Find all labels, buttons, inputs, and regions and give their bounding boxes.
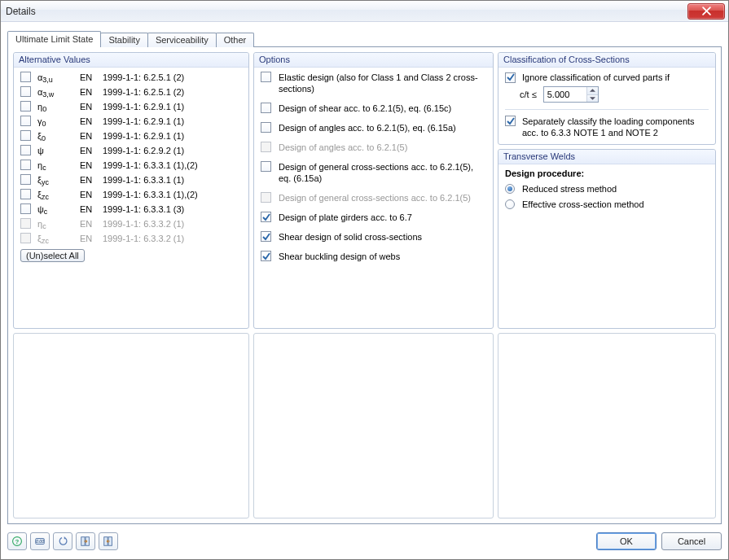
option-label: Shear design of solid cross-sections <box>279 231 422 243</box>
option-item: Shear buckling design of webs <box>261 251 486 262</box>
ct-spinner-down[interactable] <box>587 95 598 103</box>
option-label: Design of angles acc. to 6.2.1(5), eq. (… <box>279 122 456 133</box>
reset-button[interactable] <box>53 532 72 550</box>
alt-reference: 1999-1-1: 6.3.3.1 (1),(2) <box>103 190 242 199</box>
reset-icon <box>57 536 68 547</box>
alt-reference: 1999-1-1: 6.2.9.1 (1) <box>103 102 242 112</box>
option-checkbox[interactable] <box>261 72 271 82</box>
option-checkbox[interactable] <box>261 122 271 133</box>
group-alternative-values-title: Alternative Values <box>14 53 248 68</box>
tab-ultimate-limit-state[interactable]: Ultimate Limit State <box>7 31 101 47</box>
option-item: Shear design of solid cross-sections <box>261 231 486 243</box>
alt-checkbox <box>20 218 31 229</box>
alt-checkbox[interactable] <box>20 160 31 170</box>
alt-checkbox[interactable] <box>20 130 31 141</box>
ct-spinner-up[interactable] <box>587 87 598 95</box>
export-button[interactable] <box>99 532 118 550</box>
group-options: Options Elastic design (also for Class 1… <box>253 52 494 329</box>
alt-symbol: ηc <box>37 219 77 229</box>
separately-classify-checkbox[interactable] <box>505 116 516 126</box>
content-area: Ultimate Limit State Stability Serviceab… <box>7 29 722 524</box>
alt-code: EN <box>80 190 99 199</box>
option-item: Elastic design (also for Class 1 and Cla… <box>261 72 486 94</box>
tab-strip: Ultimate Limit State Stability Serviceab… <box>7 29 722 46</box>
units-button[interactable]: 0.00 <box>30 532 50 550</box>
help-button[interactable]: ? <box>7 532 27 550</box>
alt-symbol: ηc <box>37 160 77 170</box>
option-checkbox[interactable] <box>261 251 271 261</box>
option-item: Design of plate girders acc. to 6.7 <box>261 212 486 223</box>
alt-code: EN <box>80 204 99 214</box>
empty-panel-mid <box>253 333 494 518</box>
alt-reference: 1999-1-1: 6.3.3.2 (1) <box>103 219 242 229</box>
alt-code: EN <box>80 160 99 170</box>
tab-other[interactable]: Other <box>216 33 255 47</box>
alt-reference: 1999-1-1: 6.2.5.1 (2) <box>103 87 242 97</box>
option-checkbox <box>261 192 271 203</box>
alt-reference: 1999-1-1: 6.3.3.1 (1) <box>103 175 242 185</box>
tab-serviceability[interactable]: Serviceability <box>147 33 217 47</box>
radio-effective-cross-section[interactable] <box>505 199 515 209</box>
svg-text:0.00: 0.00 <box>36 539 44 544</box>
units-icon: 0.00 <box>34 536 46 547</box>
alt-code: EN <box>80 219 99 229</box>
option-item: Design of shear acc. to 6.2.1(5), eq. (6… <box>261 103 486 114</box>
empty-panel-right <box>498 333 716 518</box>
ct-input[interactable] <box>544 87 586 102</box>
group-transverse-welds-title: Transverse Welds <box>498 150 715 164</box>
alt-code: EN <box>80 175 99 185</box>
window-title: Details <box>6 6 36 17</box>
ct-spinner[interactable] <box>543 86 599 103</box>
help-icon: ? <box>11 536 23 547</box>
option-item: Design of general cross-sections acc. to… <box>261 161 486 184</box>
ignore-classification-label: Ignore classification of curved parts if <box>522 72 670 83</box>
alt-reference: 1999-1-1: 6.3.3.2 (1) <box>103 234 242 243</box>
option-item: Design of general cross-sections acc. to… <box>261 192 486 203</box>
unselect-all-button[interactable]: (Un)select All <box>20 249 85 262</box>
option-label: Design of general cross-sections acc. to… <box>279 192 471 203</box>
alt-reference: 1999-1-1: 6.2.5.1 (2) <box>103 72 242 82</box>
option-checkbox[interactable] <box>261 161 271 172</box>
bottom-bar: ? 0.00 OK Cancel <box>7 530 722 553</box>
tab-stability[interactable]: Stability <box>100 33 148 47</box>
alt-checkbox[interactable] <box>20 189 31 199</box>
alt-symbol: ψc <box>37 204 77 214</box>
alt-checkbox[interactable] <box>20 101 31 112</box>
tab-page: Alternative Values α3,uEN1999-1-1: 6.2.5… <box>7 46 722 524</box>
alt-symbol: η0 <box>37 102 77 112</box>
close-button[interactable] <box>687 3 725 20</box>
alt-checkbox[interactable] <box>20 86 31 97</box>
ignore-classification-checkbox[interactable] <box>505 72 516 83</box>
option-checkbox[interactable] <box>261 103 271 113</box>
title-bar: Details <box>1 1 728 22</box>
alt-symbol: γ0 <box>37 116 77 126</box>
alt-checkbox[interactable] <box>20 145 31 155</box>
option-checkbox[interactable] <box>261 212 271 222</box>
option-label: Design of plate girders acc. to 6.7 <box>279 212 412 223</box>
alt-code: EN <box>80 102 99 112</box>
option-checkbox <box>261 142 271 152</box>
alt-checkbox[interactable] <box>20 116 31 126</box>
alt-reference: 1999-1-1: 6.3.3.1 (1),(2) <box>103 160 242 170</box>
alt-code: EN <box>80 234 99 243</box>
alt-checkbox <box>20 233 31 243</box>
ok-button[interactable]: OK <box>596 532 657 550</box>
alt-symbol: α3,w <box>37 87 77 97</box>
cancel-button[interactable]: Cancel <box>661 532 722 550</box>
option-label: Elastic design (also for Class 1 and Cla… <box>279 72 482 94</box>
svg-text:?: ? <box>15 538 20 545</box>
import-button[interactable] <box>76 532 95 550</box>
option-item: Design of angles acc. to 6.2.1(5), eq. (… <box>261 122 486 133</box>
alt-checkbox[interactable] <box>20 72 31 82</box>
separately-classify-label: Separately classify the loading componen… <box>522 116 705 138</box>
option-label: Design of general cross-sections acc. to… <box>279 161 482 184</box>
alt-symbol: ξzc <box>37 234 77 243</box>
alt-checkbox[interactable] <box>20 174 31 185</box>
radio-reduced-stress[interactable] <box>505 184 515 194</box>
alt-symbol: ξyc <box>37 175 77 185</box>
option-checkbox[interactable] <box>261 231 271 242</box>
alt-reference: 1999-1-1: 6.2.9.2 (1) <box>103 146 242 155</box>
alt-checkbox[interactable] <box>20 203 31 214</box>
group-alternative-values: Alternative Values α3,uEN1999-1-1: 6.2.5… <box>13 52 249 329</box>
alt-code: EN <box>80 87 99 97</box>
